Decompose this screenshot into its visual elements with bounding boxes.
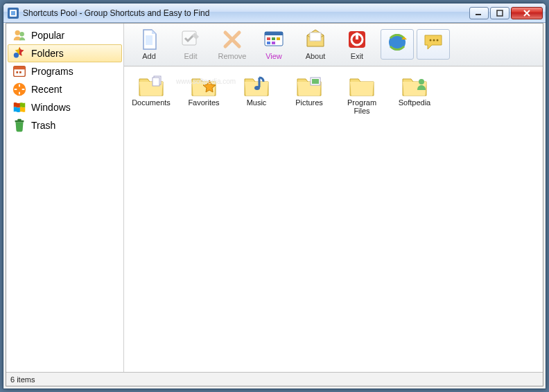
sidebar-item-popular[interactable]: Popular — [8, 26, 122, 44]
titlebar[interactable]: Shortcuts Pool - Group Shortcuts and Eas… — [3, 3, 546, 23]
sidebar-item-label: Popular — [31, 30, 64, 41]
folder-item-label: Pictures — [295, 98, 323, 107]
svg-rect-37 — [312, 79, 319, 84]
svg-rect-18 — [265, 32, 283, 35]
folder-item-label: Favorites — [188, 98, 219, 107]
folder-item-favorites[interactable]: Favorites — [181, 73, 227, 115]
people-icon — [12, 28, 27, 43]
svg-rect-22 — [267, 42, 270, 44]
folder-item-pictures[interactable]: Pictures — [286, 73, 332, 115]
svg-point-6 — [19, 32, 24, 36]
folder-item-label: Documents — [132, 98, 171, 107]
exit-button[interactable]: Exit — [336, 26, 378, 64]
remove-button[interactable]: Remove — [211, 26, 253, 64]
folder-item-program-files[interactable]: Program Files — [339, 73, 385, 115]
statusbar: 6 items — [6, 372, 543, 386]
folder-item-label: Program Files — [339, 98, 385, 115]
sidebar-item-label: Folders — [31, 48, 64, 59]
recent-icon — [12, 82, 27, 97]
windows-flag-icon — [12, 100, 27, 115]
star-folder-icon — [12, 46, 27, 61]
edit-label: Edit — [184, 52, 198, 60]
view-icon — [263, 28, 285, 51]
edit-button[interactable]: Edit — [170, 26, 211, 64]
svg-point-38 — [419, 79, 424, 84]
svg-rect-4 — [497, 10, 503, 16]
close-button[interactable] — [511, 7, 543, 19]
svg-rect-21 — [277, 37, 280, 40]
folder-item-softpedia[interactable]: Softpedia — [392, 73, 437, 115]
folder-item-documents[interactable]: Documents — [128, 73, 174, 115]
trash-icon — [12, 118, 27, 133]
sidebar-item-trash[interactable]: Trash — [8, 116, 122, 134]
view-label: View — [265, 52, 282, 60]
svg-point-31 — [433, 39, 435, 41]
svg-rect-20 — [272, 37, 275, 40]
folder-music-icon — [243, 73, 270, 98]
calendar-icon — [12, 64, 27, 79]
folder-item-label: Music — [247, 98, 267, 107]
window-title: Shortcuts Pool - Group Shortcuts and Eas… — [23, 8, 469, 18]
main-area: Add Edit Remove — [124, 24, 543, 372]
add-label: Add — [142, 52, 156, 60]
body: Popular Folders Programs — [6, 24, 543, 372]
window-buttons — [469, 7, 546, 19]
folder-user-icon — [401, 73, 428, 98]
remove-icon — [221, 28, 243, 51]
svg-point-35 — [254, 86, 260, 90]
sidebar-item-folders[interactable]: Folders — [8, 44, 122, 62]
minimize-button[interactable] — [469, 7, 489, 19]
chat-icon — [422, 31, 444, 53]
svg-rect-2 — [11, 11, 15, 15]
folder-pictures-icon — [295, 73, 323, 98]
add-button[interactable]: Add — [128, 26, 170, 64]
view-button[interactable]: View — [253, 26, 295, 64]
toolbar-tools: Add Edit Remove — [124, 24, 454, 66]
client-area: Popular Folders Programs — [6, 23, 543, 386]
svg-rect-34 — [152, 78, 159, 86]
svg-rect-24 — [310, 33, 321, 41]
sidebar: Popular Folders Programs — [6, 24, 124, 372]
svg-rect-23 — [272, 42, 275, 44]
svg-rect-14 — [17, 119, 21, 121]
about-label: About — [306, 52, 326, 60]
folder-item-label: Softpedia — [399, 98, 430, 107]
maximize-button[interactable] — [490, 7, 509, 19]
refresh-button[interactable] — [381, 29, 414, 60]
sidebar-item-label: Trash — [31, 120, 55, 131]
svg-point-30 — [430, 39, 432, 41]
sidebar-item-label: Recent — [31, 84, 62, 95]
folder-star-icon — [190, 73, 218, 98]
help-button[interactable] — [417, 29, 450, 60]
svg-point-32 — [437, 39, 439, 41]
sidebar-item-programs[interactable]: Programs — [8, 62, 122, 80]
svg-rect-27 — [356, 33, 358, 39]
svg-rect-3 — [476, 14, 481, 15]
globe-refresh-icon — [386, 31, 408, 53]
folder-icon — [348, 73, 376, 98]
app-icon — [8, 8, 19, 19]
edit-icon — [180, 28, 202, 51]
svg-point-7 — [14, 53, 19, 57]
exit-label: Exit — [351, 52, 363, 60]
envelope-icon — [304, 28, 326, 51]
svg-rect-9 — [14, 66, 26, 70]
toolbar: Add Edit Remove — [124, 24, 543, 66]
folder-docs-icon — [137, 73, 165, 98]
status-text: 6 items — [10, 375, 35, 384]
svg-point-5 — [15, 30, 20, 35]
folder-grid[interactable]: Documents Favorites Music — [124, 66, 543, 122]
sidebar-item-label: Programs — [31, 66, 73, 77]
sidebar-item-windows[interactable]: Windows — [8, 98, 122, 116]
remove-label: Remove — [218, 52, 247, 60]
power-icon — [346, 28, 368, 51]
sidebar-item-label: Windows — [31, 102, 71, 113]
about-button[interactable]: About — [295, 26, 336, 64]
app-window: Shortcuts Pool - Group Shortcuts and Eas… — [3, 3, 546, 389]
document-add-icon — [138, 28, 160, 51]
svg-rect-11 — [19, 71, 21, 73]
sidebar-item-recent[interactable]: Recent — [8, 80, 122, 98]
svg-rect-15 — [146, 35, 152, 45]
svg-rect-10 — [16, 71, 18, 73]
folder-item-music[interactable]: Music — [234, 73, 279, 115]
